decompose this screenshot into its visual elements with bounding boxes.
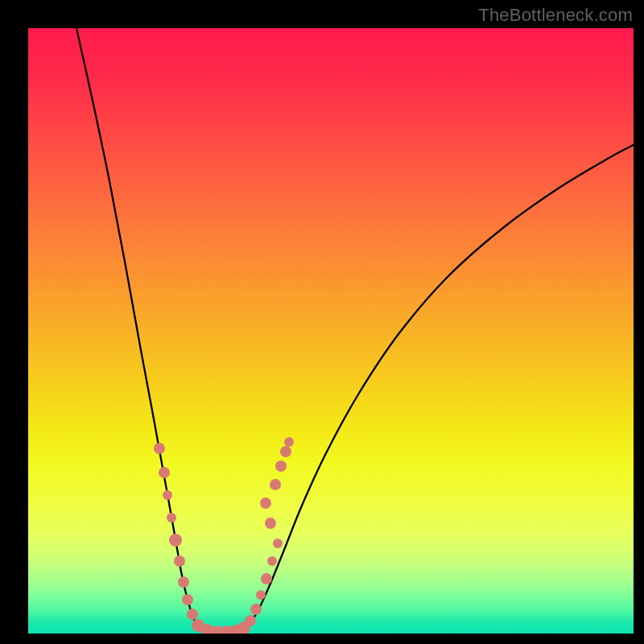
data-marker [270,479,281,490]
bottleneck-curve [76,28,634,633]
chart-frame: TheBottleneck.com [0,0,644,644]
data-marker [167,513,176,522]
data-marker [169,534,182,547]
data-marker [187,609,198,620]
data-marker [159,467,170,478]
data-marker [261,573,272,584]
plot-area [28,28,634,634]
data-marker [163,490,172,500]
data-marker [260,497,271,509]
curve-svg [28,28,634,634]
data-marker [256,590,266,600]
data-marker [182,594,193,605]
data-marker [154,443,165,454]
data-marker [174,555,185,567]
data-marker [273,539,283,548]
data-marker [178,576,189,588]
data-marker [265,518,276,529]
data-marker [284,437,294,447]
data-marker [267,556,277,566]
data-marker [245,615,256,626]
data-marker [275,460,287,472]
watermark-text: TheBottleneck.com [478,5,633,26]
marker-cluster [154,437,294,634]
data-marker [250,604,262,615]
data-marker [280,446,291,457]
